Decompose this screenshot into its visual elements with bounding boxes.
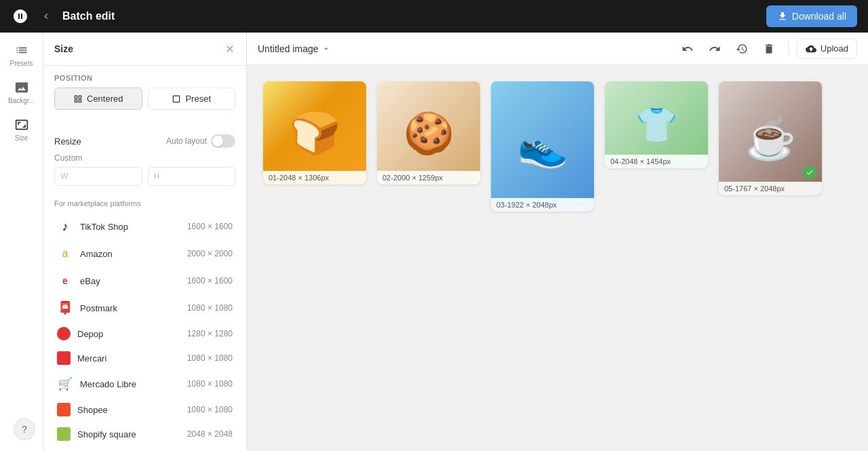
size-panel: Size Position Centered Preset Resize [43,33,247,451]
help-icon: ? [22,424,27,435]
mercado-name: Mercado Libre [80,379,187,389]
amazon-size: 2000 × 2000 [187,249,233,258]
canvas-title[interactable]: Untitled image [258,43,331,54]
canvas-area: Untitled image Upload [247,33,868,451]
image-02-preview: 🍪 [377,81,480,184]
image-card-01[interactable]: 🍞 01-2048 × 1306px [263,81,366,184]
sidebar-background-label: Backgr... [8,97,35,104]
sidebar-item-background[interactable]: Backgr... [3,75,41,110]
postmark-icon: 📮 [57,300,73,316]
image-05-label: 05-1767 × 2048px [719,182,822,195]
wh-inputs: W H [54,167,235,186]
mercari-size: 1080 × 1080 [187,353,233,363]
image-card-05[interactable]: ☕ 05-1767 × 2048px [719,81,822,195]
toolbar-divider [788,42,789,56]
panel-header: Size [43,33,246,66]
marketplace-item-shopee[interactable]: Shopee 1080 × 1080 [54,397,235,422]
shopee-name: Shopee [77,405,187,415]
marketplace-section: For marketplace platforms ♪ TikTok Shop … [43,194,246,451]
preset-button[interactable]: Preset [148,87,236,110]
panel-close-button[interactable] [224,43,235,54]
marketplace-item-postmark[interactable]: 📮 Postmark 1080 × 1080 [54,294,235,321]
marketplace-item-depop[interactable]: Depop 1280 × 1280 [54,321,235,346]
marketplace-item-shopify-square[interactable]: Shopify square 2048 × 2048 [54,422,235,446]
image-01-preview: 🍞 [263,81,366,184]
auto-layout-toggle[interactable] [211,134,235,148]
shopify-square-icon [57,427,71,441]
depop-icon [57,327,71,340]
position-label: Position [54,74,235,82]
sidebar-item-presets[interactable]: Presets [3,38,41,73]
topbar: Batch edit Download all [0,0,868,33]
width-input-display: W [54,167,142,186]
sidebar-presets-label: Presets [10,60,33,67]
image-03-label: 03-1922 × 2048px [491,198,594,212]
shopee-icon [57,403,71,416]
centered-button[interactable]: Centered [54,87,142,110]
centered-label: Centered [87,94,123,104]
position-section: Position Centered Preset [43,66,246,118]
mercado-size: 1080 × 1080 [187,379,233,389]
marketplace-item-ebay[interactable]: e eBay 1600 × 1600 [54,267,235,294]
marketplace-item-mercado[interactable]: 🛒 Mercado Libre 1080 × 1080 [54,370,235,397]
upload-label: Upload [821,43,848,54]
ebay-icon: e [57,273,73,289]
image-card-04[interactable]: 👕 04-2048 × 1454px [605,81,708,168]
mercari-icon [57,351,71,365]
delete-button[interactable] [758,38,780,60]
undo-button[interactable] [677,38,698,60]
tiktok-name: TikTok Shop [80,222,187,232]
sidebar-item-size[interactable]: Size [3,113,41,147]
image-card-03[interactable]: 👟 03-1922 × 2048px [491,81,594,212]
history-button[interactable] [731,38,753,60]
resize-label: Resize [54,136,81,146]
canvas-title-text: Untitled image [258,43,319,54]
image-04-label: 04-2048 × 1454px [605,155,708,168]
auto-layout-label: Auto layout [166,136,207,146]
help-button[interactable]: ? [14,418,35,440]
postmark-size: 1080 × 1080 [187,303,233,313]
resize-row: Resize Auto layout [54,134,235,148]
postmark-name: Postmark [80,303,187,313]
marketplace-item-mercari[interactable]: Mercari 1080 × 1080 [54,346,235,370]
depop-size: 1280 × 1280 [187,329,233,338]
panel-title: Size [54,43,73,54]
height-label: H [154,172,160,181]
image-05-check [803,165,816,179]
ebay-size: 1600 × 1600 [187,276,233,286]
resize-section: Resize Auto layout Custom W H [43,118,246,194]
marketplace-item-shopify-landscape[interactable]: Shopify landscape 2000 × 1800 [54,446,235,451]
icon-sidebar: Presets Backgr... Size [0,33,43,451]
marketplace-item-tiktok[interactable]: ♪ TikTok Shop 1600 × 1600 [54,213,235,240]
amazon-icon: a [57,246,73,262]
custom-label: Custom [54,153,235,163]
ebay-name: eBay [80,276,187,286]
redo-button[interactable] [704,38,726,60]
position-buttons: Centered Preset [54,87,235,110]
marketplace-item-amazon[interactable]: a Amazon 2000 × 2000 [54,240,235,267]
toggle-knob [212,136,223,146]
logo [11,7,30,26]
download-all-label: Download all [792,11,846,22]
mercari-name: Mercari [77,353,187,364]
mercado-icon: 🛒 [57,376,73,392]
canvas-toolbar: Untitled image Upload [247,33,868,65]
height-input-display: H [148,167,236,186]
tiktok-icon: ♪ [57,218,73,235]
upload-button[interactable]: Upload [797,39,857,59]
image-03-preview: 👟 [491,81,594,212]
depop-name: Depop [77,329,187,339]
image-card-02[interactable]: 🍪 02-2000 × 1259px [377,81,480,184]
marketplace-title: For marketplace platforms [54,199,235,208]
shopify-square-size: 2048 × 2048 [187,429,233,439]
download-all-button[interactable]: Download all [766,5,857,27]
sidebar-size-label: Size [15,134,28,142]
preset-label: Preset [185,94,211,104]
amazon-name: Amazon [80,249,187,259]
width-label: W [60,172,68,181]
tiktok-size: 1600 × 1600 [187,222,233,231]
page-title: Batch edit [62,10,115,22]
auto-layout-container: Auto layout [166,134,235,148]
back-button[interactable] [41,11,52,22]
main-layout: Presets Backgr... Size Size Position Cen… [0,33,868,451]
